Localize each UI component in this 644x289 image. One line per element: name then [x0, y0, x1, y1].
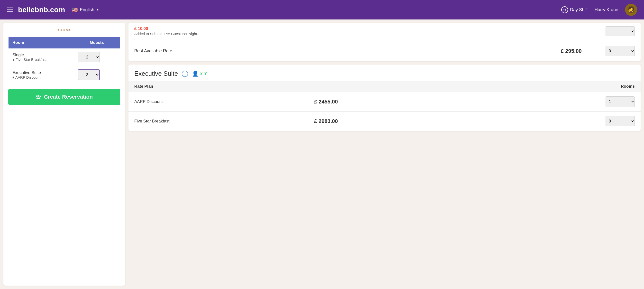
shift-indicator: ⊙ Day Shift [561, 6, 588, 13]
flag-icon: 🇺🇸 [72, 7, 78, 13]
rate-plan-name: AARP Discount [128, 92, 308, 112]
room-cell: Single + Five Star Breakfast [8, 49, 74, 66]
guests-count-label: x 7 [200, 71, 207, 77]
table-row: Executive Suite + AARP Discount 1 2 3 4 [8, 66, 120, 84]
best-rate-price: £ 295.00 [561, 48, 600, 54]
rate-plan-rooms: 0 1 2 [484, 92, 640, 112]
rate-plan-name: Five Star Breakfast [128, 112, 308, 131]
app-header: bellebnb.com 🇺🇸 English ▼ ⊙ Day Shift Ha… [0, 0, 644, 20]
table-row: Single + Five Star Breakfast 1 2 3 4 [8, 49, 120, 66]
room-name: Executive Suite [12, 70, 70, 75]
rooms-col-header: Rooms [484, 81, 640, 92]
avatar[interactable]: 🧔 [625, 4, 637, 16]
best-rate-label: Best Available Rate [134, 49, 555, 54]
room-sub: + AARP Discount [12, 75, 70, 79]
create-btn-label: Create Reservation [44, 94, 93, 100]
user-name: Harry Krane [594, 7, 618, 13]
best-rate-row: Best Available Rate £ 295.00 0 1 2 [128, 41, 640, 61]
partial-rate-price: £ 10.00 [134, 26, 148, 31]
room-name: Single [12, 53, 70, 58]
rate-plan-price: £ 2455.00 [308, 92, 484, 112]
sidebar-panel: ROOMS Room Guests Single + Five Star Bre… [4, 23, 125, 285]
room-sub: + Five Star Breakfast [12, 58, 70, 62]
rate-section: £ 10.00 Added to Subtotal Per Guest Per … [128, 23, 640, 61]
rate-plan-table: Rate Plan Rooms AARP Discount £ 2455.00 [128, 81, 640, 131]
col-guests: Guests [74, 37, 120, 49]
guests-cell: 1 2 3 4 [74, 49, 120, 66]
guests-cell: 1 2 3 4 [74, 66, 120, 84]
chevron-down-icon: ▼ [96, 8, 99, 12]
partial-rate-desc: £ 10.00 Added to Subtotal Per Guest Per … [134, 26, 600, 36]
exec-title: Executive Suite [134, 70, 178, 77]
rooms-table: Room Guests Single + Five Star Breakfast… [8, 37, 120, 84]
language-label: English [80, 7, 94, 13]
app-logo: bellebnb.com [18, 6, 65, 14]
rate-plan-price: £ 2983.00 [308, 112, 484, 131]
guests-select-2[interactable]: 1 2 3 4 [78, 69, 100, 80]
five-star-price: £ 2983.00 [314, 118, 348, 124]
exec-suite-section: Executive Suite i 👤 x 7 Rate Plan Rooms [128, 65, 640, 131]
bell-icon: 🛎 [36, 94, 41, 100]
guests-count: 👤 x 7 [192, 71, 207, 77]
menu-icon[interactable] [7, 8, 13, 12]
aarp-rooms-select[interactable]: 0 1 2 [606, 96, 635, 107]
info-icon[interactable]: i [182, 71, 188, 77]
room-cell: Executive Suite + AARP Discount [8, 66, 74, 84]
col-room: Room [8, 37, 74, 49]
rate-plan-row: AARP Discount £ 2455.00 0 1 2 [128, 92, 640, 112]
language-selector[interactable]: 🇺🇸 English ▼ [72, 7, 99, 13]
aarp-price: £ 2455.00 [314, 99, 348, 105]
guests-select-1[interactable]: 1 2 3 4 [78, 52, 100, 62]
five-star-rooms-select[interactable]: 0 1 2 [606, 116, 635, 126]
right-content: £ 10.00 Added to Subtotal Per Guest Per … [125, 20, 644, 289]
exec-header: Executive Suite i 👤 x 7 [128, 65, 640, 81]
header-right: ⊙ Day Shift Harry Krane 🧔 [561, 4, 637, 16]
person-icon: 👤 [192, 71, 198, 77]
shift-label: Day Shift [570, 7, 588, 13]
create-reservation-button[interactable]: 🛎 Create Reservation [8, 89, 120, 105]
partial-rate-row: £ 10.00 Added to Subtotal Per Guest Per … [128, 23, 640, 41]
main-container: ROOMS Room Guests Single + Five Star Bre… [0, 20, 644, 289]
rate-plan-col-header: Rate Plan [128, 81, 308, 92]
rate-plan-rooms: 0 1 2 [484, 112, 640, 131]
best-rate-select[interactable]: 0 1 2 [606, 46, 635, 56]
partial-rate-text: Added to Subtotal Per Guest Per Night. [134, 32, 600, 36]
partial-rate-select[interactable]: 1 [606, 26, 635, 36]
shift-icon: ⊙ [561, 6, 568, 13]
rate-price-col-header [308, 81, 484, 92]
rate-plan-row: Five Star Breakfast £ 2983.00 0 1 2 [128, 112, 640, 131]
rooms-label: ROOMS [57, 28, 72, 32]
rooms-section-header: ROOMS [8, 28, 120, 32]
